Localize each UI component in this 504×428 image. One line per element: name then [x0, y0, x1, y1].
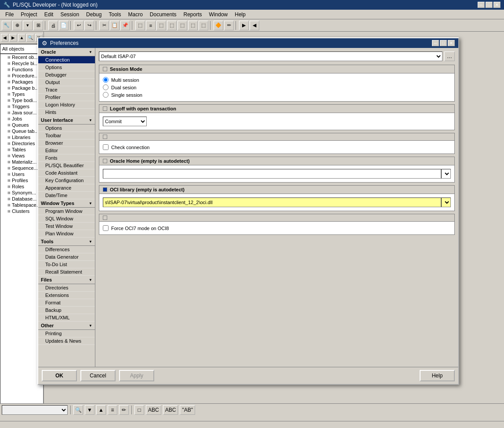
nav-oracle-header[interactable]: Oracle	[38, 48, 95, 56]
menu-edit[interactable]: Edit	[41, 11, 57, 18]
status-ab-plus-btn[interactable]: ABC	[163, 405, 178, 415]
tree-item-materializ[interactable]: ⊞Materializ...	[0, 159, 43, 165]
nav-item-recall[interactable]: Recall Statement	[38, 268, 95, 276]
status-select[interactable]	[2, 405, 68, 415]
toolbar-btn9[interactable]: ✏	[224, 21, 234, 30]
nav-item-code-assistant[interactable]: Code Assistant	[38, 169, 95, 177]
menu-file[interactable]: File	[2, 11, 17, 18]
ok-button[interactable]: OK	[42, 370, 77, 381]
tree-item-synonyms[interactable]: ⊞Synonym...	[0, 190, 43, 196]
status-search-btn[interactable]: 🔍	[73, 405, 83, 415]
left-nav-back[interactable]: ◀	[1, 34, 8, 42]
profile-select[interactable]: Default ISAP-07	[99, 51, 442, 61]
menu-session[interactable]: Session	[57, 11, 83, 18]
nav-item-todo[interactable]: To-Do List	[38, 261, 95, 268]
profile-more-button[interactable]: …	[444, 51, 455, 61]
toolbar-print2[interactable]: 📄	[59, 21, 69, 30]
tree-item-java[interactable]: ⊞Java sour...	[0, 110, 43, 116]
nav-item-program-window[interactable]: Program Window	[38, 208, 95, 215]
nav-item-fonts[interactable]: Fonts	[38, 154, 95, 162]
toolbar-btn10[interactable]: ▶	[239, 21, 249, 30]
radio-single-session[interactable]: Single session	[103, 92, 451, 98]
tree-item-tables[interactable]: ⊞Tables	[0, 146, 43, 153]
toolbar-copy[interactable]: 📋	[110, 21, 120, 30]
nav-item-beautifier[interactable]: PL/SQL Beautifier	[38, 162, 95, 169]
nav-item-updates[interactable]: Updates & News	[38, 337, 95, 345]
nav-item-differences[interactable]: Differences	[38, 246, 95, 253]
nav-item-printing[interactable]: Printing	[38, 330, 95, 337]
toolbar-btn6[interactable]: ⬚	[188, 21, 198, 30]
nav-item-data-generator[interactable]: Data Generator	[38, 253, 95, 261]
tree-item-roles[interactable]: ⊞Roles	[0, 183, 43, 190]
status-ab-quote-btn[interactable]: "AB"	[180, 405, 195, 415]
toolbar-btn11[interactable]: ◀	[250, 21, 259, 30]
dialog-controls[interactable]: ─ □ ✕	[432, 40, 455, 46]
toolbar-new[interactable]: 🔧	[2, 21, 11, 30]
oci-library-dropdown[interactable]	[441, 198, 451, 207]
tree-item-libraries[interactable]: ⊞Libraries	[0, 134, 43, 140]
tree-item-triggers[interactable]: ⊞Triggers	[0, 103, 43, 110]
tree-item-functions[interactable]: ⊞Functions	[0, 66, 43, 73]
nav-wt-header[interactable]: Window Types	[38, 199, 95, 208]
toolbar-paste[interactable]: 📌	[120, 21, 130, 30]
cancel-button[interactable]: Cancel	[80, 370, 116, 381]
menu-debug[interactable]: Debug	[83, 11, 105, 18]
menu-documents[interactable]: Documents	[146, 11, 180, 18]
toolbar-dropdown[interactable]: ▾	[23, 21, 33, 30]
menu-help[interactable]: Help	[231, 11, 249, 18]
tree-item-recent[interactable]: ⊞Recent ob...	[0, 54, 43, 60]
toolbar-cut[interactable]: ✂	[99, 21, 109, 30]
maximize-button[interactable]: □	[486, 2, 493, 8]
tree-item-procedures[interactable]: ⊞Procedure...	[0, 73, 43, 79]
tree-item-views[interactable]: ⊞Views	[0, 153, 43, 159]
radio-dual-input[interactable]	[103, 84, 109, 90]
dialog-maximize[interactable]: □	[440, 40, 447, 46]
nav-item-logon-history[interactable]: Logon History	[38, 101, 95, 109]
nav-item-appearance[interactable]: Appearance	[38, 184, 95, 192]
force-oci7-input[interactable]	[103, 225, 109, 231]
menu-macro[interactable]: Macro	[124, 11, 146, 18]
apply-button[interactable]: Apply	[119, 370, 154, 381]
menu-window[interactable]: Window	[206, 11, 232, 18]
toolbar-btn4[interactable]: ⬚	[167, 21, 177, 30]
nav-item-editor[interactable]: Editor	[38, 147, 95, 154]
nav-files-header[interactable]: Files	[38, 276, 95, 284]
status-abc-btn[interactable]: ABC	[146, 405, 161, 415]
nav-item-key-config[interactable]: Key Configuration	[38, 177, 95, 184]
dialog-minimize[interactable]: ─	[432, 40, 439, 46]
nav-tools-header[interactable]: Tools	[38, 238, 95, 246]
radio-multi-input[interactable]	[103, 77, 109, 83]
check-connection-checkbox[interactable]: Check connection	[103, 144, 451, 150]
nav-item-debugger[interactable]: Debugger	[38, 71, 95, 79]
tree-item-jobs[interactable]: ⊞Jobs	[0, 116, 43, 122]
tree-item-queues[interactable]: ⊞Queues	[0, 122, 43, 128]
dialog-close[interactable]: ✕	[448, 40, 455, 46]
tree-item-database[interactable]: ⊞Database...	[0, 196, 43, 202]
tree-item-directories[interactable]: ⊞Directories	[0, 140, 43, 146]
nav-item-connection[interactable]: Connection	[38, 56, 95, 64]
close-button[interactable]: ✕	[493, 2, 500, 8]
tree-item-package-b[interactable]: ⊞Package b...	[0, 85, 43, 91]
left-nav-search[interactable]: 🔍	[26, 34, 34, 42]
nav-item-plan-window[interactable]: Plan Window	[38, 230, 95, 238]
toolbar-redo[interactable]: ↪	[84, 21, 94, 30]
nav-item-htmlxml[interactable]: HTML/XML	[38, 314, 95, 322]
nav-item-browser[interactable]: Browser	[38, 139, 95, 147]
toolbar-btn3[interactable]: ⬚	[156, 21, 166, 30]
nav-item-directories[interactable]: Directories	[38, 284, 95, 292]
nav-item-options[interactable]: Options	[38, 64, 95, 71]
nav-item-test-window[interactable]: Test Window	[38, 223, 95, 230]
toolbar-btn8[interactable]: 🔶	[214, 21, 223, 30]
tree-item-clusters[interactable]: ⊞Clusters	[0, 208, 43, 214]
tree-item-tablespace[interactable]: ⊞Tablespace...	[0, 202, 43, 208]
tree-item-type-bodi[interactable]: ⊞Type bodi...	[0, 97, 43, 103]
tree-item-sequence[interactable]: ⊞Sequence...	[0, 165, 43, 171]
left-nav-up[interactable]: ▲	[18, 34, 25, 42]
menu-reports[interactable]: Reports	[180, 11, 206, 18]
nav-item-trace[interactable]: Trace	[38, 86, 95, 94]
menu-tools[interactable]: Tools	[105, 11, 124, 18]
nav-item-hints[interactable]: Hints	[38, 109, 95, 116]
radio-single-input[interactable]	[103, 92, 109, 98]
radio-multi-session[interactable]: Multi session	[103, 77, 451, 83]
tree-item-profiles[interactable]: ⊞Profiles	[0, 177, 43, 183]
